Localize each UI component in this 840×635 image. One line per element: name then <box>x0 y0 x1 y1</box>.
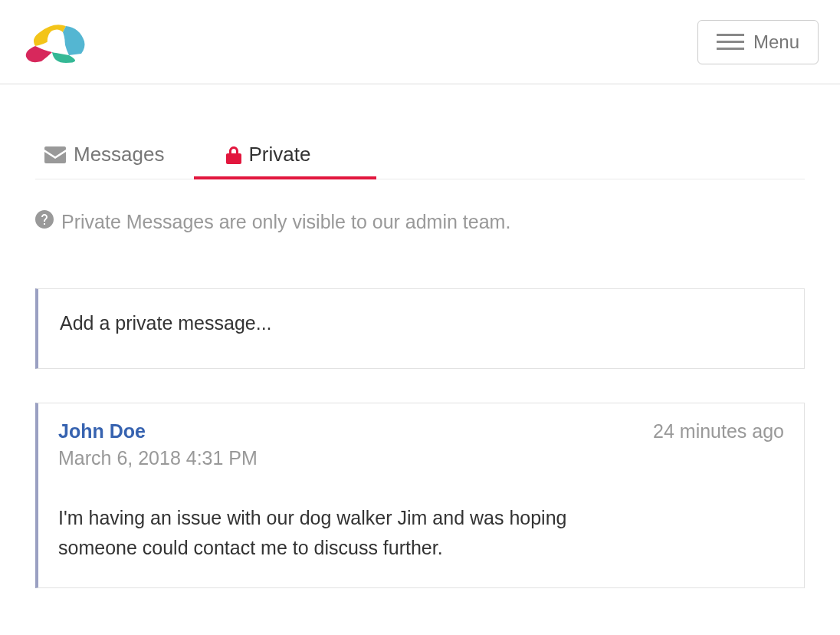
tabs: Messages Private <box>35 130 805 179</box>
message-relative-time: 24 minutes ago <box>653 420 784 443</box>
envelope-icon <box>44 146 66 163</box>
help-icon <box>35 210 54 233</box>
tab-private[interactable]: Private <box>217 130 354 179</box>
header: Menu <box>0 0 840 84</box>
lock-icon <box>226 146 241 164</box>
tab-messages[interactable]: Messages <box>35 130 186 179</box>
tab-private-label: Private <box>249 143 311 166</box>
menu-label: Menu <box>753 31 799 53</box>
message-body: I'm having an issue with our dog walker … <box>58 503 625 563</box>
tab-messages-label: Messages <box>74 143 165 166</box>
menu-button[interactable]: Menu <box>697 20 819 64</box>
info-text: Private Messages are only visible to our… <box>61 211 510 233</box>
compose-card <box>35 288 805 369</box>
message-timestamp: March 6, 2018 4:31 PM <box>58 447 258 469</box>
message-author[interactable]: John Doe <box>58 420 258 443</box>
logo[interactable] <box>21 17 94 67</box>
hamburger-icon <box>717 34 744 50</box>
compose-input[interactable] <box>60 312 783 334</box>
info-row: Private Messages are only visible to our… <box>35 210 805 233</box>
message-card: John Doe March 6, 2018 4:31 PM 24 minute… <box>35 403 805 588</box>
